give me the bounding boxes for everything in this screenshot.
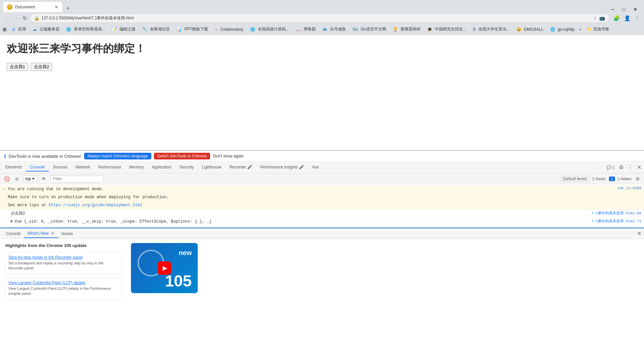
- bottom-tab-whats-new[interactable]: What's New ✕: [24, 229, 58, 238]
- tab-memory[interactable]: Memory: [125, 163, 148, 171]
- back-button[interactable]: ←: [3, 14, 11, 22]
- profile-button[interactable]: 👤: [623, 14, 632, 23]
- address-bar[interactable]: 🔒 127.0.0.1:5500/MyVue/html/7.1事件的基本使用.h…: [30, 13, 609, 23]
- bookmark-saisai[interactable]: 🏆赛赛蛋杯杯: [390, 26, 423, 33]
- line-text-click: 点击我2: [11, 211, 591, 217]
- console-settings-button[interactable]: ⚙: [634, 175, 641, 182]
- window-maximize[interactable]: □: [619, 7, 629, 12]
- line-source[interactable]: vue.js:9285: [617, 186, 641, 190]
- bookmark-biancheng[interactable]: 📝编程之路: [109, 26, 138, 33]
- tab-network[interactable]: Network: [71, 163, 94, 171]
- issues-label: 1 Issue:: [592, 176, 606, 181]
- context-label: top: [25, 176, 31, 181]
- feature-item-1[interactable]: View Largest Contentful Paint (LCP) deta…: [5, 277, 122, 299]
- bookmark-emoji[interactable]: 😀EMOJIALL: [514, 26, 546, 32]
- bookmark-others[interactable]: 📁其他书签: [584, 26, 612, 33]
- youtube-thumbnail[interactable]: new 105: [131, 243, 198, 293]
- tab-title: Document: [15, 4, 35, 9]
- expand-arrow[interactable]: ▶: [11, 219, 13, 224]
- new-tab-button[interactable]: +: [63, 5, 72, 12]
- more-options-button[interactable]: ⋮: [626, 163, 634, 172]
- line-source-click[interactable]: 7.1事件的基本使用.html:68: [591, 211, 641, 216]
- context-dropdown-icon: ▼: [32, 177, 35, 180]
- window-close[interactable]: ✕: [629, 7, 641, 12]
- navigation-toolbar: ← → ↻ 🔒 127.0.0.1:5500/MyVue/html/7.1事件的…: [0, 12, 644, 24]
- settings-button[interactable]: ⋮: [633, 14, 641, 23]
- feature-item-0[interactable]: Step-by-step replay in the Recorder pane…: [5, 252, 122, 274]
- bookmark-colab[interactable]: ∞Colaboratory: [212, 26, 246, 32]
- match-language-button[interactable]: Always match Chrome's language: [84, 153, 151, 159]
- tab-console[interactable]: Console: [26, 163, 49, 171]
- tab-performance[interactable]: Performance: [94, 163, 125, 171]
- whats-new-right: new 105: [127, 239, 644, 301]
- feedback-button[interactable]: 💬 1: [605, 164, 616, 171]
- page-button-1[interactable]: 点击我1: [7, 63, 28, 71]
- issues-badge[interactable]: 1: [609, 176, 615, 181]
- line-source-obj[interactable]: 7.1事件的基本使用.html:71: [591, 219, 641, 224]
- bookmark-apps[interactable]: ⊞应用: [9, 26, 29, 33]
- whats-new-left: Highlights from the Chrome 105 update St…: [0, 239, 127, 301]
- switch-chinese-button[interactable]: Switch DevTools to Chinese: [154, 153, 210, 159]
- tab-vue[interactable]: Vue: [308, 163, 323, 171]
- bookmark-chuangke[interactable]: 🔧创客海社区: [140, 26, 173, 33]
- bottom-tab-issues[interactable]: Issues: [58, 230, 76, 237]
- tab-security[interactable]: Security: [175, 163, 198, 171]
- devtools-tab-bar: Elements Console Sources Network Perform…: [0, 161, 644, 173]
- whats-new-content: Highlights from the Chrome 105 update St…: [0, 239, 644, 301]
- extensions-button[interactable]: 🧩: [612, 14, 621, 23]
- bookmark-suan[interactable]: S全国大学生算法...: [470, 26, 512, 33]
- bookmark-yunduanfuwuqi[interactable]: ☁云端服务器: [30, 26, 62, 33]
- whats-new-close[interactable]: ✕: [51, 231, 55, 236]
- tab-sources[interactable]: Sources: [49, 163, 71, 171]
- bookmark-xianggang[interactable]: 🌐香港空间香港高...: [63, 26, 108, 33]
- deployment-link[interactable]: https://vuejs.org/guide/deployment.html: [49, 203, 143, 208]
- bookmark-star-icon[interactable]: ☆: [593, 15, 597, 21]
- browser-chrome: D Document ✕ + ─ □ ✕ ← → ↻ 🔒 127.0.0.1:5…: [0, 0, 644, 35]
- dismiss-button[interactable]: Don't show again: [213, 154, 244, 158]
- refresh-button[interactable]: ↻: [21, 14, 28, 23]
- apps-icon[interactable]: ⊞: [3, 27, 7, 32]
- whats-new-title: Highlights from the Chrome 105 update: [5, 243, 122, 248]
- close-devtools-button[interactable]: ✕: [636, 163, 643, 172]
- url-text[interactable]: 127.0.0.1:5500/MyVue/html/7.1事件的基本使用.htm…: [41, 15, 590, 21]
- tab-perf-insights[interactable]: Performance insights 🎤: [256, 163, 308, 171]
- feature-desc-1: View Largest Contentful Paint (LCP) deta…: [8, 286, 119, 296]
- bookmark-go[interactable]: GoGo语言中文网: [350, 26, 389, 33]
- tab-application[interactable]: Application: [148, 163, 175, 171]
- page-button-2[interactable]: 点击我2: [31, 63, 52, 71]
- bottom-tab-bar: Console What's New ✕ Issues ✕: [0, 228, 644, 239]
- filter-input[interactable]: [50, 175, 104, 183]
- clear-console-button[interactable]: 🚫: [3, 175, 11, 182]
- tab-close-icon[interactable]: ✕: [54, 4, 58, 10]
- bookmark-quanguo[interactable]: 🌐全国高校计算机...: [248, 26, 292, 33]
- settings-icon-button[interactable]: ⚙: [618, 163, 625, 172]
- more-bookmarks[interactable]: »: [579, 27, 582, 32]
- warning-icon: ⚠: [3, 186, 5, 191]
- tab-elements[interactable]: Elements: [1, 163, 26, 171]
- feature-title-1[interactable]: View Largest Contentful Paint (LCP) deta…: [8, 280, 119, 285]
- bookmark-ppt[interactable]: 📊PPT模板下载: [174, 26, 211, 33]
- bottom-tab-console[interactable]: Console: [3, 230, 24, 237]
- console-line-vue-obj: ▶ Vue {_uid: 0, _isVue: true, __v_skip: …: [0, 218, 644, 226]
- show-live-exp-button[interactable]: 👁: [40, 175, 47, 182]
- console-output: ⚠ You are running Vue in development mod…: [0, 184, 644, 228]
- feature-title-0[interactable]: Step-by-step replay in the Recorder pane…: [8, 255, 119, 260]
- bookmark-yanjiusheng[interactable]: 🎓中国研究生招生...: [425, 26, 469, 33]
- bookmark-bokeyuan[interactable]: 📖博客园: [293, 26, 318, 33]
- console-right-area: Default levels 1 Issue: 1 1 hidden ⚙: [561, 175, 641, 182]
- preserve-log-button[interactable]: ⊘: [14, 175, 20, 182]
- hidden-badge: 1 hidden: [618, 177, 632, 181]
- tab-lighthouse[interactable]: Lighthouse: [198, 163, 225, 171]
- bottom-panel-close[interactable]: ✕: [637, 230, 641, 237]
- default-levels-selector[interactable]: Default levels: [561, 176, 590, 182]
- page-content: 欢迎张三来学习事件的绑定！ 点击我1 点击我2: [0, 35, 644, 150]
- bookmark-gocq[interactable]: 🌐go-cqhttp: [547, 26, 577, 32]
- cast-icon[interactable]: 📺: [599, 15, 605, 21]
- tab-recorder[interactable]: Recorder 🎤: [225, 163, 256, 171]
- window-minimize[interactable]: ─: [607, 7, 619, 12]
- active-tab[interactable]: D Document ✕: [3, 1, 63, 12]
- context-selector[interactable]: top ▼: [23, 175, 37, 182]
- feature-desc-0: Set a breakpoint and replay a recording …: [8, 261, 119, 271]
- bookmark-touhaoxianyu[interactable]: 🐟头号咸鱼: [320, 26, 349, 33]
- forward-button[interactable]: →: [12, 14, 20, 22]
